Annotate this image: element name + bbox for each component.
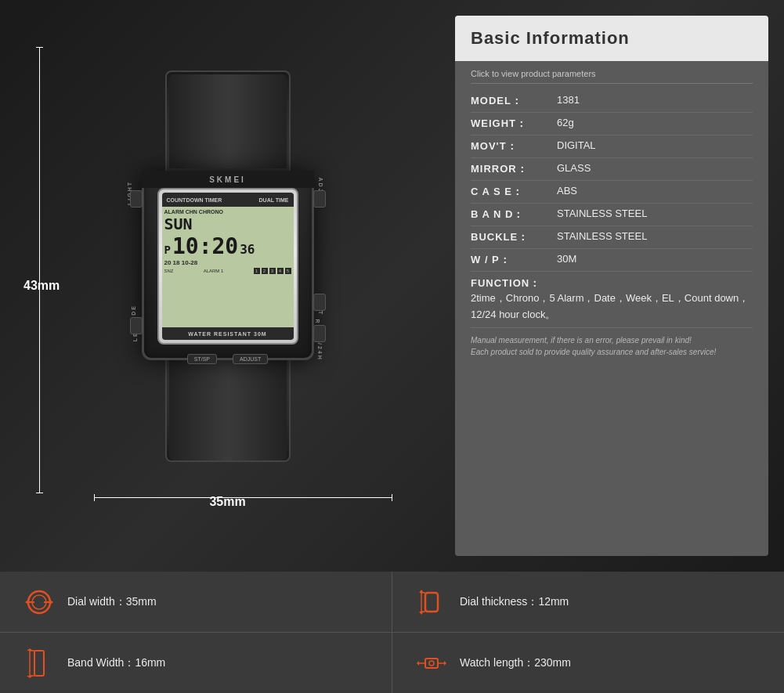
watch-length-label: Watch length： — [460, 656, 534, 669]
svg-marker-16 — [27, 676, 33, 678]
function-label: FUNCTION： — [471, 277, 540, 289]
set-button[interactable] — [313, 294, 326, 311]
wp-value: 30M — [557, 253, 753, 265]
band-width-label: Band Width： — [67, 656, 135, 669]
band-width-value: 16mm — [135, 656, 165, 669]
stsp-button[interactable]: ST/SP — [187, 354, 217, 364]
watch-length-value: 230mm — [534, 656, 571, 669]
svg-point-19 — [429, 661, 434, 666]
dial-thickness-icon — [416, 587, 447, 618]
light-button[interactable] — [130, 190, 143, 208]
date-value: 20 18 10-28 — [164, 259, 198, 266]
watch-length-icon — [416, 648, 447, 679]
function-row: FUNCTION： 2time，Chrono，5 Alarm，Date，Week… — [471, 272, 753, 328]
alarm-dot-3: 3 — [269, 268, 276, 274]
adjust-bottom-button[interactable]: ADJUST — [233, 354, 268, 364]
dial-width-text: Dial width：35mm — [67, 595, 157, 609]
face-bottom-bar: WATER RESISTANT 30M — [162, 327, 294, 340]
time-seconds: 36 — [240, 242, 255, 257]
case-value: ABS — [557, 185, 753, 197]
dual-time-label: DUAL TIME — [259, 197, 289, 203]
watch-case: LIGHT MODE LEFT ADJUST SET RIGHT 12/24H … — [142, 172, 314, 360]
dial-width-value: 35mm — [126, 595, 157, 608]
svg-marker-22 — [417, 661, 419, 666]
note-line1: Manual measurement, if there is an error… — [471, 336, 692, 345]
time-main: 10:20 — [172, 233, 238, 259]
case-row: C A S E： ABS — [471, 181, 753, 204]
buckle-label: BUCKLE： — [471, 230, 557, 244]
svg-marker-15 — [27, 648, 33, 651]
display-day: SUN — [164, 215, 291, 233]
adjust-button-top[interactable] — [313, 190, 326, 208]
dial-width-icon — [23, 587, 55, 618]
dial-thickness-label: Dial thickness： — [460, 595, 538, 608]
band-width-spec: Band Width：16mm — [0, 633, 392, 693]
function-value: 2time，Chrono，5 Alarm，Date，Week，EL，Count … — [471, 291, 753, 323]
band-bottom — [165, 360, 291, 462]
watch-section: 43mm 35mm SKMEI LIGHT MODE LEFT ADJUST S… — [0, 0, 455, 572]
dial-thickness-value: 12mm — [538, 595, 569, 608]
face-display: ALARM CHN CHRONO SUN P 10:20 36 20 18 10… — [162, 207, 294, 327]
specs-row-1: Dial width：35mm Dial thickness：12mm — [0, 572, 784, 633]
model-value: 1381 — [557, 94, 753, 106]
weight-label: WEIGHT： — [471, 117, 557, 131]
watch-brand: SKMEI — [142, 171, 314, 188]
info-subtitle: Click to view product parameters — [471, 69, 753, 84]
movement-label: MOV'T： — [471, 139, 557, 153]
svg-marker-5 — [50, 600, 53, 605]
alarm-chrono-label: ALARM CHN CHRONO — [164, 209, 223, 215]
movement-row: MOV'T： DIGITAL — [471, 135, 753, 158]
info-header: Basic Information — [455, 16, 768, 61]
mirror-label: MIRROR： — [471, 162, 557, 176]
time-format-button[interactable] — [313, 325, 326, 342]
svg-rect-6 — [425, 593, 438, 612]
alarm-dot-4: 4 — [277, 268, 284, 274]
band-row: B A N D： STAINLESS STEEL — [471, 204, 753, 226]
time-prefix: P — [164, 244, 171, 256]
watch-face: COUNTDOWN TIMER DUAL TIME ALARM CHN CHRO… — [157, 188, 298, 345]
display-date-row: 20 18 10-28 — [164, 259, 291, 266]
display-alarm-row: SNZ ALARM 1 1 2 3 4 5 — [164, 268, 291, 274]
note-line2: Each product sold to provide quality ass… — [471, 348, 716, 356]
info-note: Manual measurement, if there is an error… — [471, 334, 753, 358]
alarm-label: ALARM 1 — [204, 269, 224, 273]
dial-thickness-text: Dial thickness：12mm — [460, 595, 569, 609]
alarm-dots: 1 2 3 4 5 — [254, 268, 291, 274]
watch-length-text: Watch length：230mm — [460, 656, 571, 670]
dial-width-spec: Dial width：35mm — [0, 572, 392, 632]
band-top — [165, 70, 291, 172]
dimension-line-height — [39, 47, 40, 493]
svg-marker-4 — [25, 600, 28, 605]
movement-value: DIGITAL — [557, 139, 753, 151]
band-top-inner — [169, 74, 287, 168]
display-time: P 10:20 36 — [164, 233, 291, 259]
watch-graphic: SKMEI LIGHT MODE LEFT ADJUST SET RIGHT 1… — [103, 70, 353, 501]
watch-length-spec: Watch length：230mm — [392, 633, 784, 693]
brand-text: SKMEI — [209, 175, 246, 184]
alarm-dot-1: 1 — [254, 268, 260, 274]
specs-row-2: Band Width：16mm Watch length：230mm — [0, 633, 784, 693]
model-row: MODEL： 1381 — [471, 90, 753, 113]
model-label: MODEL： — [471, 94, 557, 108]
case-label: C A S E： — [471, 185, 557, 199]
band-value: STAINLESS STEEL — [557, 208, 753, 219]
alarm-dot-5: 5 — [285, 268, 291, 274]
band-bottom-inner — [169, 360, 287, 460]
face-top-bar: COUNTDOWN TIMER DUAL TIME — [162, 193, 294, 207]
weight-value: 62g — [557, 117, 753, 128]
svg-marker-23 — [444, 661, 446, 666]
svg-marker-11 — [419, 612, 424, 615]
mode-button[interactable] — [130, 317, 143, 334]
buckle-value: STAINLESS STEEL — [557, 230, 753, 242]
mirror-value: GLASS — [557, 162, 753, 174]
case-bottom-buttons: ST/SP ADJUST — [187, 354, 268, 364]
info-body: Click to view product parameters MODEL： … — [455, 61, 768, 556]
svg-marker-10 — [419, 590, 424, 593]
display-top-row: ALARM CHN CHRONO — [164, 209, 291, 215]
wp-row: W / P： 30M — [471, 249, 753, 272]
specs-bar: Dial width：35mm Dial thickness：12mm — [0, 572, 784, 693]
svg-rect-18 — [425, 659, 438, 668]
height-dimension-label: 43mm — [23, 279, 60, 293]
snz-label: SNZ — [164, 269, 174, 273]
alarm-dot-2: 2 — [262, 268, 268, 274]
